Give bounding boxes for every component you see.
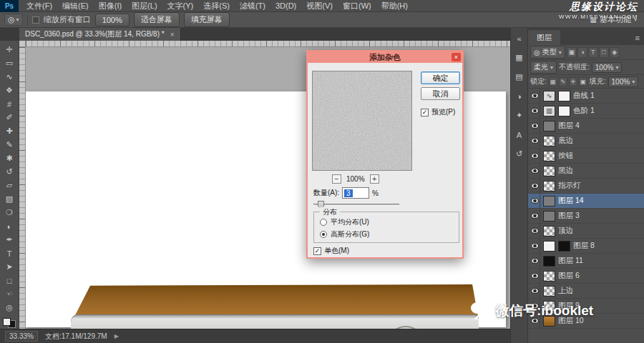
layer-row[interactable]: 图层 11 [528,254,644,269]
layer-row[interactable]: 图层 14 [528,194,644,209]
fit-screen-button[interactable]: 适合屏幕 [134,12,180,27]
menu-item-image[interactable]: 图像(I) [94,0,127,11]
noise-preview[interactable] [312,71,412,171]
quick-selection-tool[interactable]: ❖ [1,84,18,97]
menu-item-layer[interactable]: 图层(L) [127,0,162,11]
shape-tool[interactable]: □ [1,274,18,287]
document-tab[interactable]: DSC_0360.psd @ 33.3%(图层 14, RGB/8) * × [19,28,181,41]
menu-item-view[interactable]: 视图(V) [301,0,338,11]
history-brush-tool[interactable]: ↺ [1,165,18,179]
uniform-radio-row[interactable]: 平均分布(U) [320,217,369,227]
styles-panel-icon[interactable]: ✦ [512,109,527,121]
zoom-in-button[interactable]: + [370,174,379,184]
gradient-tool[interactable]: ▧ [1,192,18,206]
layer-row[interactable]: 底边 [528,134,644,149]
menu-item-help[interactable]: 帮助(H) [376,0,413,11]
menu-item-filter[interactable]: 滤镜(T) [235,0,270,11]
type-tool[interactable]: T [1,247,18,260]
visibility-toggle[interactable] [530,89,540,103]
history-panel-icon[interactable]: ↺ [512,148,527,160]
layer-row[interactable]: 按钮 [528,149,644,164]
pen-tool[interactable]: ✒ [1,233,18,247]
dialog-title[interactable]: 添加杂色 [308,51,462,63]
zoom-100-button[interactable]: 100% [95,14,130,26]
tab-layers[interactable]: 图层 [528,30,560,45]
visibility-toggle[interactable] [530,104,540,118]
clone-stamp-tool[interactable]: ✱ [1,151,18,165]
visibility-toggle[interactable] [530,209,540,223]
fill-select[interactable]: 100% ▾ [608,76,639,87]
layer-row[interactable]: 指示灯 [528,179,644,194]
visibility-toggle[interactable] [530,119,540,133]
layer-row[interactable]: 图层 4 [528,119,644,134]
foreground-color-swatch[interactable] [3,318,11,326]
preview-checkbox-row[interactable]: ✓ 预览(P) [421,107,455,117]
blend-mode-select[interactable]: 柔光 ▾ [530,61,557,74]
monochrome-checkbox[interactable]: ✓ [313,247,321,255]
fill-screen-button[interactable]: 填充屏幕 [184,12,230,27]
menu-item-file[interactable]: 文件(F) [21,0,57,11]
layer-row[interactable]: 图层 8 [528,239,644,254]
crop-tool[interactable]: # [1,97,18,111]
monochrome-checkbox-row[interactable]: ✓ 单色(M) [313,246,349,256]
gaussian-radio[interactable] [320,231,327,238]
character-panel-icon[interactable]: A [512,129,527,141]
amount-slider[interactable] [313,204,399,206]
visibility-toggle[interactable] [530,194,540,208]
close-tab-icon[interactable]: × [170,31,175,39]
menu-item-select[interactable]: 选择(S) [198,0,235,11]
kind-filter-select[interactable]: ◎ 类型 ▾ [530,46,565,59]
visibility-toggle[interactable] [530,284,540,298]
lasso-tool[interactable]: ∿ [1,70,18,84]
layer-row[interactable]: 黑边 [528,164,644,179]
lock-position-icon[interactable]: ✛ [569,77,577,86]
opacity-select[interactable]: 100% ▾ [592,62,623,73]
filter-shape-layers-icon[interactable]: □ [599,47,609,58]
adjustments-panel-icon[interactable]: ◑ [512,90,527,102]
filter-smart-objects-icon[interactable]: ◈ [610,47,620,58]
visibility-toggle[interactable] [530,149,540,163]
zoom-tool[interactable]: ◎ [1,301,18,314]
close-icon[interactable]: × [452,53,461,61]
amount-input[interactable]: 3 [342,187,369,199]
color-panel-icon[interactable]: ▦ [512,51,527,64]
expand-panels-icon[interactable]: « [512,32,527,44]
zoom-out-button[interactable]: − [332,174,341,184]
layer-row[interactable]: ▥色阶 1 [528,104,644,119]
brush-tool[interactable]: ✎ [1,138,18,151]
uniform-radio[interactable] [320,219,327,226]
hand-tool[interactable]: ☜ [1,287,18,301]
blur-tool[interactable]: ❍ [1,206,18,219]
panel-menu-icon[interactable]: ≡ [631,34,644,45]
preview-checkbox[interactable]: ✓ [421,109,429,116]
zoom-level-field[interactable]: 33.33% [5,331,38,342]
dodge-tool[interactable]: ◐ [1,219,18,233]
layer-row[interactable]: 图层 6 [528,269,644,284]
zoom-all-windows-checkbox[interactable] [32,16,39,24]
layer-row[interactable]: 上边 [528,284,644,299]
eyedropper-tool[interactable]: ✐ [1,111,18,124]
layer-row[interactable]: 图层 3 [528,209,644,224]
eraser-tool[interactable]: ▱ [1,179,18,192]
menu-item-edit[interactable]: 编辑(E) [57,0,94,11]
path-selection-tool[interactable]: ➤ [1,260,18,274]
visibility-toggle[interactable] [530,134,540,148]
visibility-toggle[interactable] [530,254,540,268]
lock-all-icon[interactable]: ▣ [579,77,587,86]
filter-type-layers-icon[interactable]: T [588,47,598,58]
marquee-tool[interactable]: ▭ [1,56,18,70]
lock-transparency-icon[interactable]: ▦ [549,77,557,86]
cancel-button[interactable]: 取消 [421,87,460,100]
swatches-panel-icon[interactable]: ▤ [512,71,527,83]
menu-item-type[interactable]: 文字(Y) [162,0,199,11]
lock-pixels-icon[interactable]: ✎ [559,77,567,86]
menu-item-window[interactable]: 窗口(W) [338,0,376,11]
gaussian-radio-row[interactable]: 高斯分布(G) [320,229,369,239]
healing-brush-tool[interactable]: ✚ [1,124,18,138]
status-menu-arrow-icon[interactable]: ▶ [114,333,119,339]
tool-preset-picker[interactable]: ◎ ▾ [4,14,23,26]
menu-item-3d[interactable]: 3D(D) [270,0,301,11]
move-tool[interactable]: ✛ [1,43,18,56]
visibility-toggle[interactable] [530,179,540,193]
filter-pixel-layers-icon[interactable]: ▣ [567,47,577,58]
